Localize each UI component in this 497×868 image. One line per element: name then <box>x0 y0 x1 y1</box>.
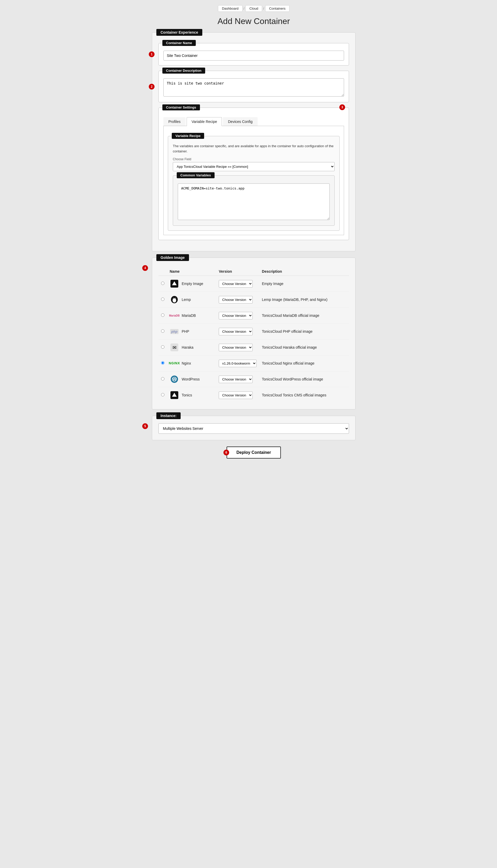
image-description-wordpress: TonicsCloud WordPress official image <box>259 371 349 387</box>
version-select-wordpress[interactable]: Choose Version <box>219 376 253 383</box>
image-name-empty: Empty Image <box>170 279 214 288</box>
step-5-badge: 5 <box>142 423 148 429</box>
breadcrumb-sep-1: / <box>243 6 245 11</box>
svg-point-7 <box>175 298 175 299</box>
golden-image-label: Golden Image <box>156 254 189 261</box>
image-icon-haraka: ✉ <box>170 343 179 352</box>
common-variables-card: Common Variables ACME_DOMAIN=site-two.to… <box>173 175 335 226</box>
table-row: phpPHPChoose VersionTonicsCloud PHP offi… <box>158 323 349 339</box>
golden-image-radio-empty[interactable] <box>161 281 165 285</box>
version-select-nginx[interactable]: v1.26.0-bookworm <box>219 360 257 367</box>
instance-label: Instance: <box>156 413 181 419</box>
breadcrumb-cloud[interactable]: Cloud <box>245 5 262 12</box>
image-description-nginx: TonicsCloud Nginx official image <box>259 356 349 371</box>
tab-variable-recipe[interactable]: Variable Recipe <box>187 117 222 126</box>
step-4-badge: 4 <box>142 265 148 271</box>
table-row: ✉HarakaChoose VersionTonicsCloud Haraka … <box>158 339 349 356</box>
image-name-mariadb: MariaDBMariaDB <box>170 311 214 320</box>
golden-image-table: Name Version Description Empty ImageChoo… <box>158 267 349 403</box>
version-select-tonics[interactable]: Choose Version <box>219 391 253 399</box>
image-label-haraka: Haraka <box>182 345 194 349</box>
instance-section: Instance: 5 Multiple Websites Server <box>152 416 356 440</box>
version-select-empty[interactable]: Choose Version <box>219 280 253 288</box>
version-select-mariadb[interactable]: Choose Version <box>219 312 253 319</box>
golden-image-radio-mariadb[interactable] <box>161 314 165 317</box>
container-experience-section: Container Experience Container Name 1 Co… <box>152 32 356 251</box>
col-radio <box>158 267 167 276</box>
common-variables-textarea[interactable]: ACME_DOMAIN=site-two.tonics.app <box>178 184 330 220</box>
tab-profiles[interactable]: Profiles <box>164 117 186 126</box>
variable-recipe-select[interactable]: App TonicsCloud Variable Recipe »» [Comm… <box>173 162 335 171</box>
image-label-mariadb: MariaDB <box>182 314 196 318</box>
breadcrumb-sep-2: / <box>263 6 264 11</box>
container-description-card: Container Description 2 This is site two… <box>158 71 349 102</box>
table-row: Empty ImageChoose VersionEmpty Image <box>158 276 349 292</box>
table-row: LempChoose VersionLemp Image (MariaDB, P… <box>158 292 349 308</box>
image-description-mariadb: TonicsCloud MariaDB official image <box>259 308 349 323</box>
container-name-card: Container Name 1 <box>158 43 349 66</box>
common-variables-label: Common Variables <box>177 172 215 178</box>
version-select-lemp[interactable]: Choose Version <box>219 296 253 304</box>
image-label-nginx: Nginx <box>182 361 191 365</box>
step-3-badge: 3 <box>339 104 345 110</box>
image-description-haraka: TonicsCloud Haraka official image <box>259 339 349 356</box>
tab-content-variable-recipe: Variable Recipe The variables are contai… <box>164 126 344 235</box>
image-label-lemp: Lemp <box>182 298 191 302</box>
container-experience-label: Container Experience <box>156 29 202 36</box>
version-select-haraka[interactable]: Choose Version <box>219 344 253 351</box>
settings-tabs-bar: Profiles Variable Recipe Devices Config <box>164 117 344 126</box>
golden-image-radio-wordpress[interactable] <box>161 377 165 380</box>
variable-recipe-label: Variable Recipe <box>172 133 204 139</box>
svg-text:W: W <box>172 377 176 381</box>
container-settings-label: Container Settings <box>162 104 200 111</box>
table-row: NGINXNginxv1.26.0-bookwormTonicsCloud Ng… <box>158 356 349 371</box>
table-row: TonicsChoose VersionTonicsCloud Tonics C… <box>158 387 349 403</box>
table-row: MariaDBMariaDBChoose VersionTonicsCloud … <box>158 308 349 323</box>
breadcrumb-containers[interactable]: Containers <box>265 5 289 12</box>
svg-point-6 <box>173 298 174 299</box>
breadcrumb: Dashboard / Cloud / Containers <box>152 5 356 12</box>
container-description-label: Container Description <box>162 68 205 74</box>
image-icon-php: php <box>170 327 179 336</box>
breadcrumb-dashboard[interactable]: Dashboard <box>218 5 242 12</box>
image-label-tonics: Tonics <box>182 393 192 397</box>
image-icon-nginx: NGINX <box>170 359 179 368</box>
image-label-empty: Empty Image <box>182 281 203 286</box>
golden-image-radio-haraka[interactable] <box>161 345 165 349</box>
golden-image-radio-php[interactable] <box>161 329 165 333</box>
choose-field-label: Choose Field <box>173 157 335 161</box>
image-description-empty: Empty Image <box>259 276 349 292</box>
image-name-tonics: Tonics <box>170 390 214 400</box>
image-name-haraka: ✉Haraka <box>170 343 214 352</box>
image-label-php: PHP <box>182 329 189 334</box>
image-icon-mariadb: MariaDB <box>170 311 179 320</box>
image-description-tonics: TonicsCloud Tonics CMS official images <box>259 387 349 403</box>
col-name: Name <box>167 267 216 276</box>
version-select-php[interactable]: Choose Version <box>219 328 253 335</box>
image-name-php: phpPHP <box>170 327 214 336</box>
golden-image-radio-tonics[interactable] <box>161 393 165 396</box>
image-icon-wordpress: W <box>170 375 179 384</box>
container-name-label: Container Name <box>162 40 196 46</box>
variable-recipe-card: Variable Recipe The variables are contai… <box>168 136 340 231</box>
golden-image-radio-nginx[interactable] <box>161 361 165 365</box>
table-row: WWordPressChoose VersionTonicsCloud Word… <box>158 371 349 387</box>
deploy-button-label: Deploy Container <box>237 450 271 454</box>
golden-image-radio-lemp[interactable] <box>161 298 165 301</box>
col-description: Description <box>259 267 349 276</box>
deploy-container-button[interactable]: 6 Deploy Container <box>227 447 281 459</box>
col-version: Version <box>216 267 259 276</box>
image-name-lemp: Lemp <box>170 295 214 304</box>
image-icon-tonics <box>170 390 179 400</box>
container-name-input[interactable] <box>164 50 344 60</box>
tab-devices-config[interactable]: Devices Config <box>223 117 257 126</box>
step-2-badge: 2 <box>149 84 155 89</box>
container-description-textarea[interactable]: This is site two container <box>164 78 344 97</box>
image-icon-penguin <box>170 295 179 304</box>
image-description-lemp: Lemp Image (MariaDB, PHP, and Nginx) <box>259 292 349 308</box>
deploy-area: 6 Deploy Container <box>152 447 356 459</box>
step-1-badge: 1 <box>149 52 155 57</box>
instance-select[interactable]: Multiple Websites Server <box>158 423 349 434</box>
container-settings-card: Container Settings 3 Profiles Variable R… <box>158 107 349 240</box>
variable-recipe-info: The variables are container specific, an… <box>173 144 335 154</box>
